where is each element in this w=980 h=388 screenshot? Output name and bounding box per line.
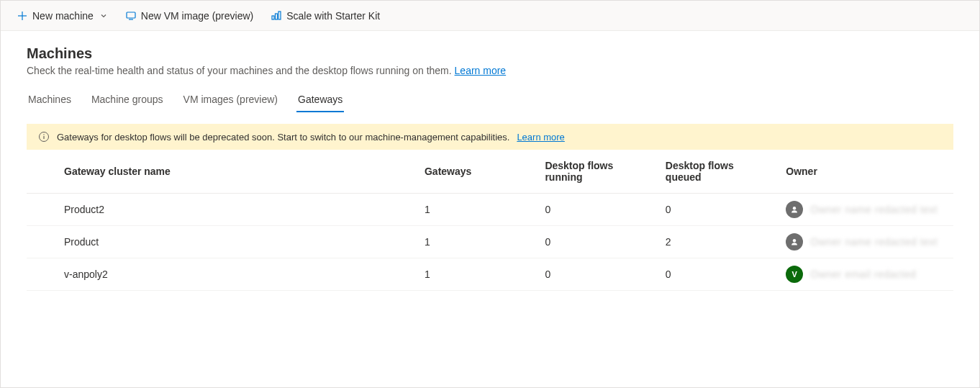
cell-gateways: 1 — [416, 226, 536, 258]
avatar — [786, 233, 803, 251]
new-machine-button[interactable]: New machine — [9, 7, 115, 24]
gateways-table: Gateway cluster name Gateways Desktop fl… — [27, 150, 953, 291]
cell-running: 0 — [536, 258, 656, 291]
banner-text: Gateways for desktop flows will be depre… — [57, 132, 509, 143]
owner-name: Owner email redacted — [810, 269, 916, 280]
cell-queued: 0 — [657, 258, 777, 291]
cell-owner: Owner name redacted text — [777, 226, 953, 258]
svg-rect-6 — [278, 12, 281, 19]
col-header-name[interactable]: Gateway cluster name — [27, 150, 416, 194]
tab-machines[interactable]: Machines — [27, 88, 73, 112]
new-vm-image-button[interactable]: New VM image (preview) — [118, 7, 260, 24]
chevron-down-icon — [99, 12, 108, 20]
deprecation-banner: Gateways for desktop flows will be depre… — [27, 124, 953, 150]
svg-point-10 — [793, 207, 796, 209]
cell-queued: 2 — [657, 226, 777, 258]
cell-gateways: 1 — [416, 194, 536, 226]
info-icon — [38, 131, 50, 143]
tab-gateways[interactable]: Gateways — [296, 88, 344, 112]
cell-owner: Owner name redacted text — [777, 194, 953, 226]
scale-starter-kit-label: Scale with Starter Kit — [286, 10, 380, 22]
page-header: Machines Check the real-time health and … — [1, 31, 979, 76]
cell-owner: VOwner email redacted — [777, 258, 953, 291]
svg-rect-2 — [127, 12, 135, 18]
cell-gateways: 1 — [416, 258, 536, 291]
col-header-gateways[interactable]: Gateways — [416, 150, 536, 194]
page-subtitle: Check the real-time health and status of… — [27, 65, 953, 76]
svg-rect-5 — [276, 14, 278, 19]
avatar: V — [786, 266, 803, 283]
page-title: Machines — [27, 45, 953, 62]
svg-rect-4 — [272, 16, 274, 19]
banner-learn-more-link[interactable]: Learn more — [517, 132, 564, 143]
tab-vm-images[interactable]: VM images (preview) — [182, 88, 279, 112]
cell-running: 0 — [536, 226, 656, 258]
owner-name: Owner name redacted text — [810, 236, 938, 248]
svg-point-9 — [43, 134, 44, 135]
col-header-owner[interactable]: Owner — [777, 150, 953, 194]
table-row[interactable]: Product2100Owner name redacted text — [27, 194, 953, 226]
scale-starter-kit-button[interactable]: Scale with Starter Kit — [263, 7, 387, 24]
cell-queued: 0 — [657, 194, 777, 226]
col-header-running[interactable]: Desktop flows running — [536, 150, 656, 194]
new-vm-image-label: New VM image (preview) — [141, 10, 253, 22]
toolbar: New machine New VM image (preview) Scale… — [1, 1, 979, 31]
learn-more-link[interactable]: Learn more — [455, 65, 507, 76]
plus-icon — [17, 10, 28, 22]
table-row[interactable]: Product102Owner name redacted text — [27, 226, 953, 258]
scale-icon — [271, 10, 282, 22]
cell-running: 0 — [536, 194, 656, 226]
owner-name: Owner name redacted text — [810, 204, 938, 215]
svg-point-11 — [793, 239, 796, 242]
monitor-icon — [125, 10, 137, 22]
avatar — [786, 201, 803, 218]
cell-name: Product2 — [27, 194, 416, 226]
cell-name: v-anpoly2 — [27, 258, 416, 291]
new-machine-label: New machine — [32, 10, 94, 22]
cell-name: Product — [27, 226, 416, 258]
table-row[interactable]: v-anpoly2100VOwner email redacted — [27, 258, 953, 291]
tabs: Machines Machine groups VM images (previ… — [1, 76, 979, 112]
col-header-queued[interactable]: Desktop flows queued — [657, 150, 777, 194]
tab-machine-groups[interactable]: Machine groups — [90, 88, 165, 112]
